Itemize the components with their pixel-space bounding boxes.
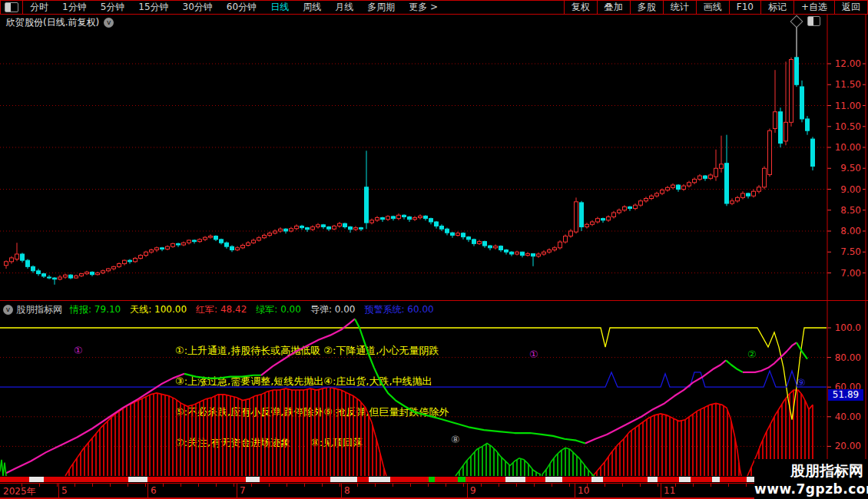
month-separator	[58, 484, 59, 497]
toolbar-item-11[interactable]: 更多 >	[402, 1, 445, 14]
split-view-icon[interactable]	[807, 16, 820, 26]
candle-body	[413, 218, 417, 220]
candle-body	[704, 176, 707, 178]
toolbar-item-7[interactable]: 日线	[263, 1, 296, 14]
price-label: 9.00	[840, 184, 861, 195]
time-tick	[145, 484, 146, 487]
candle-body	[58, 277, 62, 279]
month-label: 5	[61, 485, 68, 496]
toolbar-item-3[interactable]: 5分钟	[94, 1, 132, 14]
session-strip-segment	[525, 477, 545, 482]
candle-body	[569, 231, 573, 236]
candle-body	[42, 274, 46, 276]
left-zigzag	[0, 460, 6, 476]
candle-body	[671, 185, 675, 187]
chevron-down-icon[interactable]: v	[3, 305, 13, 315]
candle-body	[123, 260, 127, 263]
candle-body	[128, 260, 132, 262]
candle-body	[37, 271, 41, 274]
candle-body	[644, 198, 648, 200]
candle-body	[80, 274, 84, 276]
month-label: 11	[664, 485, 675, 496]
candle-body	[634, 205, 638, 208]
circled-marker: ⑨	[797, 377, 806, 388]
candle-body	[161, 248, 164, 250]
tool-item-5[interactable]: 画线	[696, 1, 729, 14]
toolbar-item-4[interactable]: 15分钟	[131, 1, 175, 14]
session-strip-segment	[147, 477, 246, 482]
tool-item-6[interactable]: F10	[729, 1, 760, 14]
candle-body	[655, 193, 659, 196]
tool-item-9[interactable]: 返回	[834, 1, 867, 14]
month-label: 2025年	[3, 485, 36, 498]
time-tick	[746, 484, 747, 487]
time-tick	[463, 484, 464, 487]
tool-item-4[interactable]: 统计	[663, 1, 696, 14]
candle-body	[69, 275, 73, 278]
toolbar-item-1[interactable]: 分时	[23, 1, 55, 14]
candle-body	[408, 216, 412, 219]
toolbar-item-6[interactable]: 60分钟	[220, 1, 263, 14]
candle-body	[446, 229, 449, 233]
candle-body	[687, 183, 691, 186]
time-tick	[357, 484, 358, 487]
candle-body	[359, 228, 363, 230]
candle-body	[731, 201, 734, 203]
toolbar-item-9[interactable]: 月线	[328, 1, 360, 14]
time-tick	[216, 484, 217, 487]
time-tick	[728, 484, 729, 487]
chevron-down-icon[interactable]: v	[104, 18, 114, 28]
candle-body	[424, 216, 428, 218]
time-tick	[57, 484, 58, 487]
candle-body	[333, 226, 336, 229]
session-strip-segment	[29, 477, 44, 482]
candle-body	[112, 266, 116, 269]
tool-item-1[interactable]: 复权	[564, 1, 597, 14]
candle-body	[381, 218, 385, 220]
session-strip-segment	[330, 477, 357, 482]
tool-item-8[interactable]: +自选	[793, 1, 834, 14]
candle-body	[21, 254, 25, 260]
candle-body	[273, 231, 277, 233]
candle-body	[757, 187, 761, 191]
histogram-envelope	[593, 403, 741, 476]
candle-body	[241, 246, 245, 248]
time-tick	[251, 484, 252, 487]
candle-body	[774, 112, 777, 129]
time-tick	[658, 484, 658, 487]
toolbar-item-2[interactable]: 1分钟	[55, 1, 94, 14]
candle-body	[101, 271, 105, 273]
candle-body	[75, 276, 78, 278]
timeframe-toolbar: 分时1分钟5分钟15分钟30分钟60分钟日线周线月线多周期更多 > 复权叠加多股…	[0, 0, 868, 15]
session-strip-segment	[0, 477, 29, 482]
candle-body	[118, 264, 121, 267]
tool-item-7[interactable]: 标记	[760, 1, 793, 14]
session-strip-segment	[246, 477, 260, 482]
diamond-icon[interactable]	[790, 15, 803, 28]
indicator-values: 情报: 79.10天线: 100.00红军: 48.42绿军: 0.00导弹: …	[70, 303, 443, 316]
month-separator	[661, 484, 661, 497]
session-strip-segment	[128, 477, 147, 482]
candle-body	[257, 238, 261, 240]
month-separator	[341, 484, 342, 497]
candle-body	[139, 256, 143, 259]
candle-body	[650, 196, 654, 198]
candle-body	[494, 246, 498, 248]
candle-body	[784, 122, 788, 141]
time-axis[interactable]: 2025年567891011	[0, 483, 868, 499]
candle-body	[5, 262, 8, 266]
toolbar-item-5[interactable]: 30分钟	[176, 1, 220, 14]
candle-body	[397, 215, 401, 218]
candle-body	[96, 273, 100, 275]
session-strip-segment	[429, 477, 435, 482]
tool-item-2[interactable]: 叠加	[597, 1, 630, 14]
session-strip-segment	[260, 477, 330, 482]
toolbar-item-8[interactable]: 周线	[296, 1, 328, 14]
candle-body	[386, 216, 390, 220]
toolbar-item-10[interactable]: 多周期	[360, 1, 402, 14]
tool-item-3[interactable]: 多股	[630, 1, 663, 14]
candle-body	[10, 258, 14, 262]
candle-body	[591, 222, 595, 224]
split-view-icon[interactable]	[5, 2, 18, 12]
candle-body	[144, 252, 148, 255]
